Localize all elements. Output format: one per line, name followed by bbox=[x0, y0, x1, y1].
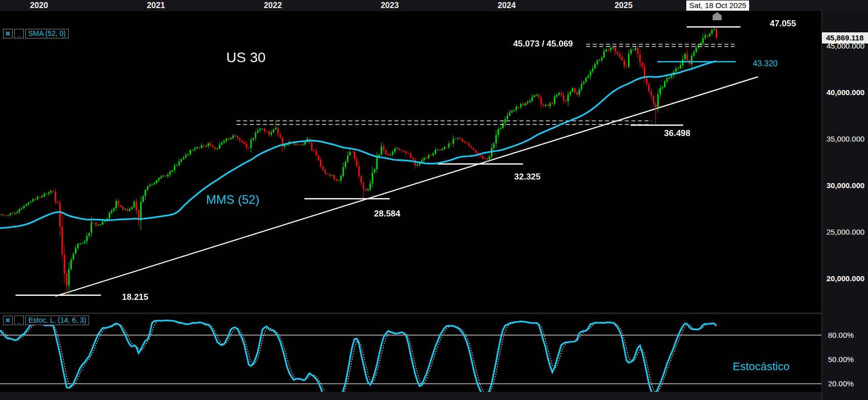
year-tick-2024: 2024 bbox=[498, 1, 516, 10]
support-label-28584: 28.584 bbox=[374, 209, 400, 219]
year-tick-2021: 2021 bbox=[147, 1, 165, 10]
price-axis[interactable]: 45,000.00040,000.00035,000.00030,000.000… bbox=[821, 0, 868, 400]
resistance-label-45073: 45.073 / 45.069 bbox=[513, 39, 573, 49]
support-label-43320: 43.320 bbox=[753, 59, 778, 68]
support-label-32325: 32.325 bbox=[514, 172, 541, 182]
minimize-icon[interactable]: _ bbox=[14, 29, 24, 38]
year-tick-2025: 2025 bbox=[614, 1, 633, 10]
resistance-label-47055: 47.055 bbox=[770, 19, 796, 29]
close-icon[interactable]: ✕ bbox=[3, 316, 13, 325]
year-tick-2023: 2023 bbox=[381, 1, 399, 10]
support-label-36498: 36.498 bbox=[664, 128, 690, 139]
sma-indicator-legend: ✕ _ SMA (52, 0) bbox=[3, 29, 69, 38]
stoch-indicator-legend: ✕ _ Estoc. L. (14, 6, 3) bbox=[3, 316, 89, 325]
stoch-indicator-label[interactable]: Estoc. L. (14, 6, 3) bbox=[25, 316, 89, 325]
sma-indicator-label[interactable]: SMA (52, 0) bbox=[25, 29, 69, 38]
price-tick-20000: 20,000.000 bbox=[826, 274, 864, 283]
year-tick-2022: 2022 bbox=[264, 1, 282, 10]
close-icon[interactable]: ✕ bbox=[3, 29, 13, 38]
price-tick-30000: 30,000.000 bbox=[826, 181, 864, 190]
stoch-tick-50: 50.00% bbox=[828, 355, 854, 364]
price-chart-canvas[interactable] bbox=[0, 0, 868, 400]
bottom-frame-strip bbox=[0, 392, 821, 400]
stochastic-panel-label: Estocástico bbox=[733, 360, 790, 373]
panel-divider[interactable] bbox=[0, 313, 821, 314]
instrument-title: US 30 bbox=[226, 50, 266, 66]
chart-window: 2020202120222023202420252026 Sat, 18 Oct… bbox=[0, 0, 868, 400]
mms-line-label: MMS (52) bbox=[206, 193, 259, 207]
stoch-tick-80: 80.00% bbox=[828, 331, 854, 339]
price-tick-40000: 40,000.000 bbox=[826, 88, 864, 97]
year-tick-2020: 2020 bbox=[30, 1, 48, 10]
current-price-box: 45,869.118 bbox=[822, 32, 868, 43]
price-tick-25000: 25,000.000 bbox=[826, 228, 864, 236]
price-tick-35000: 35,000.000 bbox=[826, 135, 864, 143]
cursor-date-box: Sat, 18 Oct 2025 bbox=[686, 1, 750, 11]
minimize-icon[interactable]: _ bbox=[14, 316, 24, 325]
support-label-18215: 18.215 bbox=[122, 292, 148, 302]
timeline-axis[interactable]: 2020202120222023202420252026 Sat, 18 Oct… bbox=[0, 0, 868, 11]
stoch-tick-20: 20.00% bbox=[828, 379, 854, 388]
